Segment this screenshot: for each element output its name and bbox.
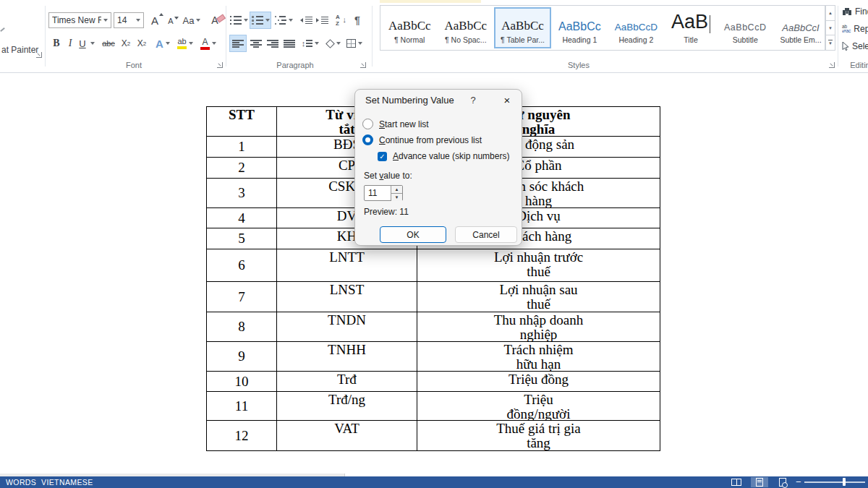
styles-scroll-down-button[interactable]: ▼	[825, 21, 835, 36]
table-cell[interactable]: 5	[207, 228, 277, 249]
clipboard-dialog-launcher-icon[interactable]	[36, 52, 42, 58]
bold-button[interactable]: B	[51, 36, 62, 51]
strikethrough-button[interactable]: abc	[100, 36, 117, 51]
style-item-8[interactable]: AaBbCcISubtle Em...	[773, 7, 825, 48]
table-cell[interactable]: 2	[207, 158, 277, 179]
start-new-list-option[interactable]: Start new list	[362, 119, 429, 129]
spinner-up-icon[interactable]: ▲	[391, 186, 402, 194]
replace-button[interactable]: ab⇄ac Replace	[842, 24, 868, 34]
close-icon[interactable]: ×	[498, 92, 516, 108]
editing-group-label: Editing	[850, 61, 868, 69]
show-formatting-marks-button[interactable]: ¶	[352, 12, 363, 29]
table-cell[interactable]: 7	[207, 282, 277, 312]
font-name-combobox[interactable]: Times New R	[48, 12, 111, 28]
advance-value-option[interactable]: ✓ Advance value (skip numbers)	[378, 151, 509, 161]
align-right-button[interactable]	[265, 35, 281, 52]
table-cell[interactable]: Trđ/ng	[277, 392, 417, 421]
table-cell[interactable]: 1	[207, 137, 277, 158]
justify-button[interactable]	[281, 35, 297, 52]
style-item-3[interactable]: AaBbCc¶ Table Par...	[494, 7, 551, 48]
language-label[interactable]: VIETNAMESE	[41, 476, 93, 488]
style-item-4[interactable]: AaBbCcHeading 1	[552, 7, 608, 48]
decrease-indent-button[interactable]	[299, 12, 313, 28]
text-effects-button[interactable]: A	[153, 36, 172, 51]
table-cell[interactable]: 12	[207, 421, 277, 450]
multilevel-list-button[interactable]	[273, 12, 294, 28]
font-color-button[interactable]: A	[198, 35, 218, 52]
align-left-icon	[232, 40, 244, 48]
underline-button[interactable]: U	[77, 36, 88, 51]
web-layout-button[interactable]	[774, 477, 791, 487]
table-cell[interactable]: Lợi nhuận sau thuế	[417, 282, 660, 312]
borders-button[interactable]	[344, 35, 365, 52]
bullets-button[interactable]	[229, 12, 248, 28]
style-item-5[interactable]: AaBbCcDHeading 2	[608, 7, 664, 48]
styles-scroll-up-button[interactable]: ▲	[825, 5, 835, 21]
paragraph-dialog-launcher-icon[interactable]	[360, 62, 366, 68]
table-cell[interactable]: LNTT	[277, 249, 417, 282]
select-button[interactable]: Select	[842, 41, 868, 51]
style-item-1[interactable]: AaBbCc¶ Normal	[382, 7, 438, 48]
table-cell[interactable]: Trđ	[277, 372, 417, 392]
increase-indent-button[interactable]	[315, 12, 329, 28]
grow-font-button[interactable]: A	[148, 12, 161, 28]
chevron-down-icon[interactable]	[90, 42, 95, 45]
table-header-cell[interactable]: STT	[207, 107, 277, 137]
font-dialog-launcher-icon[interactable]	[217, 62, 223, 68]
format-painter-button[interactable]: at Painter	[1, 45, 38, 55]
set-value-input[interactable]	[365, 186, 391, 200]
table-cell[interactable]: LNST	[277, 282, 417, 312]
table-cell[interactable]: 3	[207, 179, 277, 208]
clear-formatting-button[interactable]: A	[207, 12, 223, 28]
styles-dialog-launcher-icon[interactable]	[829, 62, 835, 68]
line-spacing-button[interactable]: ↕	[299, 35, 321, 52]
table-cell[interactable]: Thuế giá trị gia tăng	[417, 421, 660, 450]
style-item-7[interactable]: AaBbCcDSubtitle	[718, 7, 773, 48]
table-cell[interactable]: 10	[207, 372, 277, 392]
table-cell[interactable]: 4	[207, 208, 277, 228]
styles-more-button[interactable]: ▼	[825, 35, 835, 51]
table-cell[interactable]: Lợi nhuận trước thuế	[417, 249, 660, 282]
radio-unselected-icon[interactable]	[362, 119, 373, 129]
table-cell[interactable]: VAT	[277, 421, 417, 450]
subscript-button[interactable]: X2	[119, 36, 132, 51]
table-cell[interactable]: 9	[207, 342, 277, 372]
shading-button[interactable]	[323, 35, 342, 52]
word-count-label[interactable]: WORDS	[6, 476, 36, 488]
table-cell[interactable]: Triệu đồng/người	[417, 392, 660, 421]
ok-button[interactable]: OK	[380, 226, 446, 243]
zoom-out-button[interactable]: −	[796, 476, 801, 487]
continue-from-previous-option[interactable]: Continue from previous list	[362, 134, 482, 145]
text-highlight-color-button[interactable]: ab	[175, 35, 195, 52]
table-cell[interactable]: Triệu đồng	[417, 372, 660, 392]
align-center-button[interactable]	[248, 35, 264, 52]
help-icon[interactable]: ?	[467, 95, 479, 106]
shrink-font-button[interactable]: A	[165, 14, 176, 28]
superscript-button[interactable]: X2	[135, 36, 148, 51]
font-size-combobox[interactable]: 14	[114, 12, 144, 28]
table-cell[interactable]: Thu nhập doanh nghiệp	[417, 312, 660, 342]
table-cell[interactable]: 11	[207, 392, 277, 421]
table-cell[interactable]: Trách nhiệm hữu hạn	[417, 342, 660, 372]
sort-button[interactable]: AZ↓	[333, 12, 348, 29]
zoom-slider-thumb[interactable]	[843, 478, 846, 486]
checkbox-checked-icon[interactable]: ✓	[378, 152, 387, 161]
find-button[interactable]: Find	[842, 7, 868, 17]
table-cell[interactable]: 8	[207, 312, 277, 342]
read-mode-button[interactable]	[728, 477, 745, 487]
change-case-button[interactable]: Aa	[182, 12, 202, 28]
style-item-2[interactable]: AaBbCc¶ No Spac...	[438, 7, 494, 48]
table-cell[interactable]: TNDN	[277, 312, 417, 342]
table-cell[interactable]: 6	[207, 249, 277, 282]
table-cell[interactable]: TNHH	[277, 342, 417, 372]
print-layout-button[interactable]	[751, 477, 768, 487]
style-item-6[interactable]: AaBTitle	[665, 7, 717, 48]
spinner-down-icon[interactable]: ▼	[391, 194, 402, 201]
chevron-down-icon	[103, 19, 108, 22]
italic-button[interactable]: I	[65, 36, 75, 51]
numbering-button[interactable]	[250, 12, 271, 29]
zoom-slider-track[interactable]	[804, 481, 865, 483]
cancel-button[interactable]: Cancel	[455, 226, 517, 243]
align-left-button[interactable]	[229, 35, 247, 52]
radio-selected-icon[interactable]	[362, 134, 373, 145]
